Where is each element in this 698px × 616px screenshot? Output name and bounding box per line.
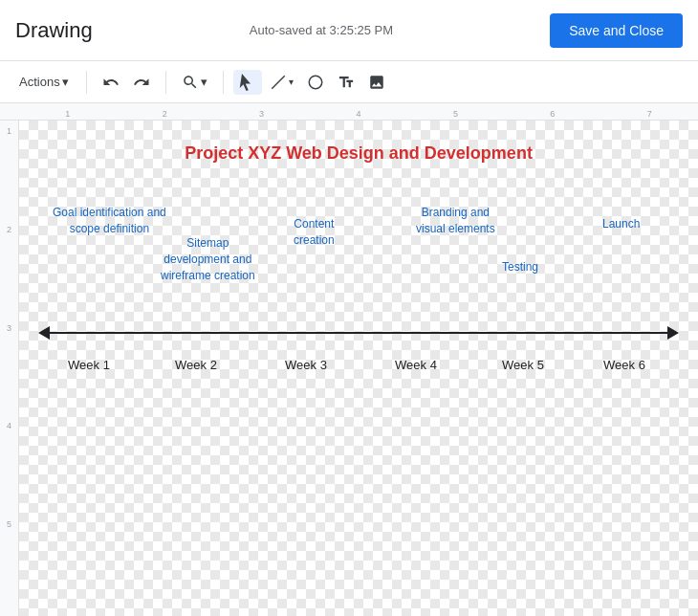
- actions-label: Actions: [19, 75, 60, 89]
- timeline-arrow: [38, 326, 679, 340]
- task-label-content: Content creation: [294, 216, 335, 249]
- canvas-wrapper: 12345 Project XYZ Web Design and Develop…: [0, 121, 698, 616]
- ruler-mark: 1: [19, 109, 116, 120]
- toolbar: Actions ▾ ▾ ▾: [0, 61, 698, 103]
- select-tool-button[interactable]: [233, 70, 262, 95]
- ruler-marks: 1234567: [19, 109, 698, 120]
- ruler-mark: 2: [116, 109, 212, 120]
- shape-icon: [307, 74, 324, 91]
- redo-button[interactable]: [127, 70, 156, 95]
- left-ruler-mark: 5: [7, 517, 11, 616]
- zoom-group: ▾: [176, 70, 213, 95]
- arrow-head-right: [667, 326, 679, 340]
- week-label: Week 1: [68, 358, 110, 372]
- week-label: Week 2: [175, 358, 217, 372]
- text-tool-button[interactable]: [332, 70, 360, 95]
- left-ruler: 12345: [0, 121, 19, 616]
- left-ruler-mark: 2: [7, 223, 11, 321]
- line-arrow-icon: ▾: [289, 77, 294, 87]
- undo-redo-group: [97, 70, 156, 95]
- toolbar-separator-1: [86, 71, 87, 94]
- image-icon: [368, 74, 385, 91]
- save-close-button[interactable]: Save and Close: [550, 13, 683, 48]
- week-label: Week 3: [285, 358, 327, 372]
- zoom-arrow-icon: ▾: [201, 75, 207, 89]
- text-icon: [338, 74, 355, 91]
- actions-button[interactable]: Actions ▾: [11, 71, 76, 93]
- week-label: Week 5: [502, 358, 544, 372]
- week-label: Week 6: [603, 358, 645, 372]
- undo-icon: [102, 74, 120, 91]
- top-bar: Drawing Auto-saved at 3:25:25 PM Save an…: [0, 0, 698, 61]
- zoom-icon: [182, 74, 199, 91]
- actions-group: Actions ▾: [11, 71, 76, 93]
- line-tool-button[interactable]: ▾: [264, 70, 299, 95]
- redo-icon: [133, 74, 150, 91]
- arrow-line: [50, 332, 667, 334]
- ruler-mark: 5: [407, 109, 504, 120]
- shape-tool-button[interactable]: [301, 70, 330, 95]
- line-icon: [270, 74, 287, 91]
- left-ruler-mark: 4: [7, 419, 11, 517]
- drawing-canvas[interactable]: Project XYZ Web Design and Development G…: [19, 121, 698, 616]
- week-label: Week 4: [395, 358, 437, 372]
- top-ruler: 1234567: [0, 103, 698, 121]
- toolbar-separator-2: [165, 71, 166, 94]
- svg-line-0: [272, 76, 285, 89]
- ruler-mark: 4: [310, 109, 406, 120]
- task-label-launch: Launch: [602, 216, 640, 232]
- image-tool-button[interactable]: [362, 70, 391, 95]
- task-label-sitemap: Sitemap development and wireframe creati…: [161, 235, 255, 283]
- task-label-testing: Testing: [502, 259, 538, 275]
- undo-button[interactable]: [97, 70, 125, 95]
- zoom-button[interactable]: ▾: [176, 70, 213, 95]
- tool-group: ▾: [233, 70, 391, 95]
- task-label-goal: Goal identification and scope definition: [53, 205, 166, 237]
- actions-arrow-icon: ▾: [62, 75, 69, 89]
- select-cursor-icon: [239, 74, 256, 91]
- svg-point-1: [309, 76, 322, 89]
- toolbar-separator-3: [223, 71, 224, 94]
- left-ruler-mark: 1: [7, 124, 11, 223]
- ruler-mark: 6: [504, 109, 600, 120]
- ruler-mark: 7: [601, 109, 698, 120]
- app-title: Drawing: [15, 18, 93, 43]
- arrow-head-left: [38, 326, 50, 340]
- canvas-title: Project XYZ Web Design and Development: [185, 143, 533, 164]
- ruler-mark: 3: [213, 109, 310, 120]
- left-ruler-mark: 3: [7, 321, 11, 420]
- autosave-status: Auto-saved at 3:25:25 PM: [250, 23, 393, 37]
- task-label-branding: Branding and visual elements: [416, 205, 495, 237]
